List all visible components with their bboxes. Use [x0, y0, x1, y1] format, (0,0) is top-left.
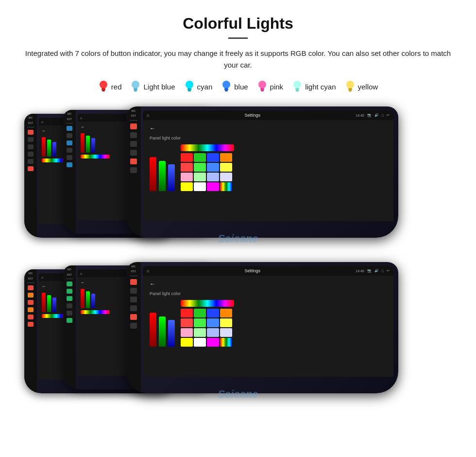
svg-rect-20 [349, 90, 352, 91]
color-item-red: red [98, 80, 122, 93]
svg-rect-7 [187, 88, 191, 90]
svg-point-18 [346, 81, 354, 88]
bottom-units-section: MIC RST ⌂ ← [19, 260, 457, 405]
color-item-yellow: yellow [345, 80, 378, 93]
bulb-icon-lightblue [130, 80, 141, 93]
bulb-icon-cyan [184, 80, 195, 93]
svg-point-0 [100, 81, 107, 88]
page-title: Colorful Lights [19, 15, 457, 33]
svg-point-15 [293, 81, 301, 88]
color-label-lightcyan: light cyan [305, 83, 336, 91]
svg-rect-11 [225, 90, 228, 91]
bulb-icon-yellow [345, 80, 356, 93]
svg-rect-19 [348, 88, 352, 90]
title-divider [228, 37, 248, 39]
description-text: Integrated with 7 colors of button indic… [24, 48, 452, 71]
svg-point-12 [258, 81, 266, 88]
color-item-lightcyan: light cyan [292, 80, 336, 93]
color-item-cyan: cyan [184, 80, 213, 93]
page-container: Colorful Lights Integrated with 7 colors… [0, 0, 476, 415]
color-label-cyan: cyan [197, 83, 213, 91]
bulb-icon-pink [257, 80, 268, 93]
color-label-pink: pink [270, 83, 284, 91]
svg-rect-10 [224, 88, 228, 90]
color-label-blue: blue [234, 83, 248, 91]
bulb-icon-lightcyan [292, 80, 303, 93]
bulb-icon-blue [221, 80, 232, 93]
color-item-lightblue: Light blue [130, 80, 175, 93]
svg-rect-14 [261, 90, 264, 91]
svg-rect-2 [102, 90, 105, 91]
svg-rect-1 [102, 88, 105, 90]
svg-rect-5 [134, 90, 137, 91]
top-units-section: MIC RST ⌂ ← [19, 104, 457, 250]
color-label-lightblue: Light blue [143, 83, 175, 91]
svg-point-3 [132, 81, 139, 88]
svg-rect-16 [295, 88, 299, 90]
svg-rect-17 [296, 90, 299, 91]
svg-rect-4 [134, 88, 137, 90]
car-unit-bottom-3: MIC RST ⌂ Settings 14:40 📷 [126, 262, 398, 393]
color-item-pink: pink [257, 80, 284, 93]
car-unit-top-3: MIC RST ⌂ Settings 14:40 📷 [126, 106, 398, 238]
svg-point-9 [222, 81, 230, 88]
color-indicators-row: red Light blue cyan [19, 80, 457, 93]
svg-rect-8 [188, 90, 191, 91]
svg-point-6 [186, 81, 193, 88]
bulb-icon-red [98, 80, 109, 93]
color-label-red: red [111, 83, 122, 91]
color-item-blue: blue [221, 80, 248, 93]
svg-rect-13 [260, 88, 264, 90]
color-label-yellow: yellow [358, 83, 378, 91]
